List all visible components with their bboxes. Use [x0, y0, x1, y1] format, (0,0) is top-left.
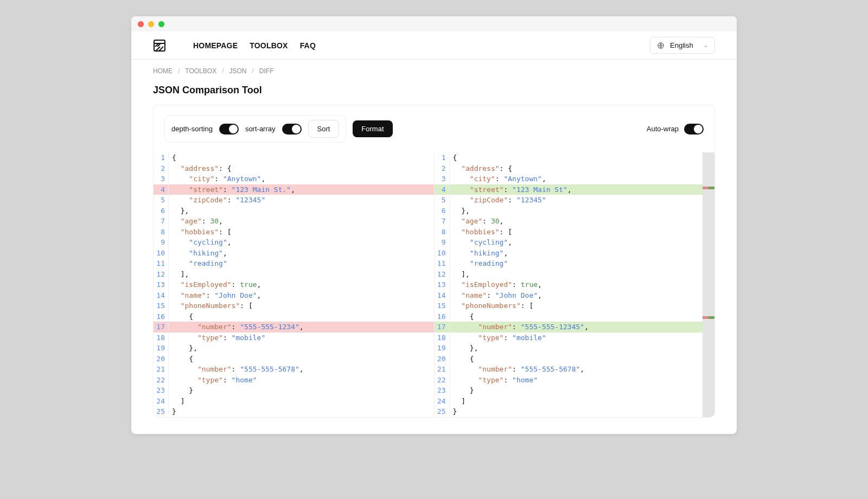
- line-text: },: [171, 206, 434, 216]
- line-number: 22: [435, 375, 450, 386]
- maximize-icon[interactable]: [158, 21, 164, 27]
- minimap-diff-marker[interactable]: [703, 316, 714, 319]
- line-number: 12: [435, 269, 450, 280]
- line-number: 17: [154, 322, 169, 332]
- line-number: 21: [154, 364, 169, 375]
- line-number: 16: [435, 311, 450, 322]
- code-line: 19 },: [435, 343, 715, 354]
- code-line: 8 "hobbies": [: [435, 227, 715, 238]
- code-line: 14 "name": "John Doe",: [435, 290, 715, 301]
- line-number: 16: [154, 311, 169, 322]
- line-number: 9: [154, 237, 169, 248]
- code-line: 9 "cycling",: [435, 237, 715, 248]
- crumb-json[interactable]: JSON: [229, 67, 246, 75]
- code-line: 14 "name": "John Doe",: [154, 290, 434, 301]
- main-nav: HOMEPAGE TOOLBOX FAQ: [193, 41, 316, 50]
- language-select[interactable]: English ⌄: [650, 37, 715, 54]
- code-line: 18 "type": "mobile": [435, 332, 715, 343]
- line-text: "street": "123 Main St.",: [171, 184, 434, 195]
- right-editor[interactable]: 1{2 "address": {3 "city": "Anytown",4 "s…: [435, 152, 715, 417]
- nav-homepage[interactable]: HOMEPAGE: [193, 41, 238, 50]
- crumb-diff[interactable]: DIFF: [259, 67, 274, 75]
- sort-button[interactable]: Sort: [308, 120, 340, 138]
- minimap-diff-marker[interactable]: [703, 187, 714, 189]
- line-text: "name": "John Doe",: [171, 290, 434, 301]
- line-number: 20: [154, 354, 169, 364]
- code-line: 24 ]: [435, 396, 715, 407]
- autowrap-control: Auto-wrap: [647, 124, 704, 135]
- code-line: 22 "type": "home": [154, 375, 434, 386]
- line-number: 20: [435, 354, 450, 364]
- autowrap-toggle[interactable]: [684, 124, 704, 135]
- code-line: 1{: [435, 152, 715, 163]
- line-text: {: [452, 354, 715, 364]
- line-text: {: [452, 152, 715, 163]
- crumb-sep: /: [178, 67, 180, 75]
- line-number: 10: [154, 248, 169, 259]
- code-line: 20 {: [154, 354, 434, 364]
- crumb-home[interactable]: HOME: [153, 67, 173, 75]
- code-line: 16 {: [435, 311, 715, 322]
- code-line: 6 },: [154, 206, 434, 216]
- code-line: 3 "city": "Anytown",: [435, 174, 715, 184]
- line-number: 18: [154, 332, 169, 343]
- crumb-toolbox[interactable]: TOOLBOX: [185, 67, 216, 75]
- line-number: 6: [154, 206, 169, 216]
- nav-faq[interactable]: FAQ: [300, 41, 316, 50]
- line-number: 24: [435, 396, 450, 407]
- language-label: English: [670, 41, 693, 49]
- line-text: ],: [452, 269, 715, 280]
- line-text: "street": "123 Main St",: [452, 184, 715, 195]
- code-line: 25}: [435, 406, 715, 417]
- line-number: 23: [435, 385, 450, 396]
- line-number: 11: [435, 258, 450, 269]
- close-icon[interactable]: [138, 21, 144, 27]
- line-number: 25: [435, 406, 450, 417]
- line-number: 15: [154, 300, 169, 311]
- code-line: 11 "reading": [154, 258, 434, 269]
- line-text: "number": "555-555-1234",: [171, 322, 434, 332]
- line-number: 7: [154, 216, 169, 227]
- code-line: 22 "type": "home": [435, 375, 715, 386]
- depth-sort-toggle[interactable]: [219, 124, 239, 135]
- crumb-sep: /: [222, 67, 224, 75]
- line-number: 4: [154, 184, 169, 195]
- line-text: "phoneNumbers": [: [171, 300, 434, 311]
- nav-toolbox[interactable]: TOOLBOX: [250, 41, 288, 50]
- line-text: "reading": [452, 258, 715, 269]
- line-text: },: [171, 343, 434, 354]
- line-text: "age": 30,: [452, 216, 715, 227]
- crumb-sep: /: [252, 67, 254, 75]
- autowrap-label: Auto-wrap: [647, 125, 679, 133]
- line-text: },: [452, 343, 715, 354]
- code-line: 10 "hiking",: [154, 248, 434, 259]
- line-text: ]: [452, 396, 715, 407]
- code-line: 17 "number": "555-555-12345",: [435, 322, 715, 332]
- line-text: }: [171, 406, 434, 417]
- chevron-down-icon: ⌄: [704, 43, 708, 48]
- format-button[interactable]: Format: [353, 120, 392, 137]
- line-number: 3: [435, 174, 450, 184]
- line-text: {: [171, 152, 434, 163]
- diff-view: 1{2 "address": {3 "city": "Anytown",4 "s…: [154, 152, 714, 417]
- line-number: 8: [154, 227, 169, 238]
- code-line: 10 "hiking",: [435, 248, 715, 259]
- line-text: "hobbies": [: [452, 227, 715, 238]
- minimap-scrollbar[interactable]: [703, 152, 714, 417]
- logo-icon[interactable]: [153, 39, 166, 52]
- line-number: 5: [154, 195, 169, 206]
- left-editor[interactable]: 1{2 "address": {3 "city": "Anytown",4 "s…: [154, 152, 435, 417]
- line-text: "cycling",: [452, 237, 715, 248]
- sort-controls: depth-sorting sort-array Sort: [164, 115, 346, 143]
- toolbar: depth-sorting sort-array Sort Format Aut…: [154, 105, 714, 152]
- code-line: 24 ]: [154, 396, 434, 407]
- line-number: 13: [154, 279, 169, 290]
- line-text: {: [171, 354, 434, 364]
- line-text: "type": "home": [171, 375, 434, 386]
- code-line: 15 "phoneNumbers": [: [154, 300, 434, 311]
- minimize-icon[interactable]: [148, 21, 154, 27]
- code-line: 7 "age": 30,: [154, 216, 434, 227]
- sort-array-toggle[interactable]: [282, 124, 302, 135]
- line-text: "city": "Anytown",: [171, 174, 434, 184]
- line-text: "isEmployed": true,: [171, 279, 434, 290]
